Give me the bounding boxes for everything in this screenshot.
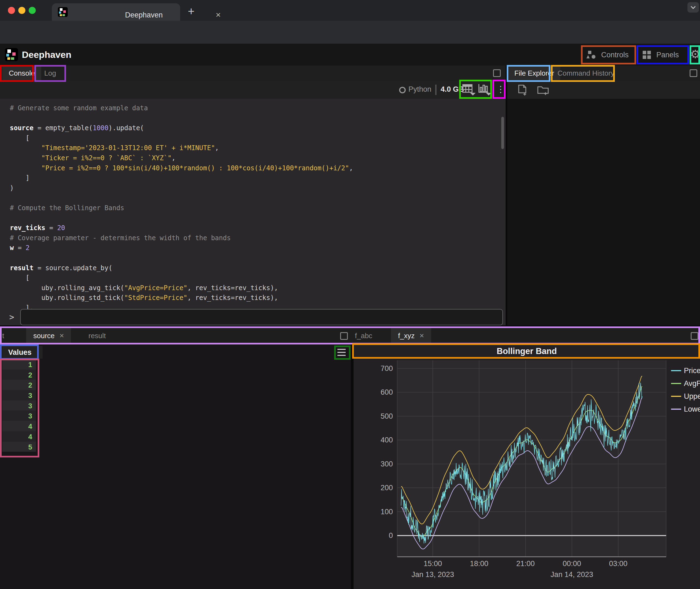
table-panel: Values 122333445 [0,345,351,589]
log-tab-annotation [34,65,66,82]
code-line: ] [10,173,353,183]
close-window-button[interactable] [8,7,15,14]
code-line: [ [10,273,353,283]
console-tab-annotation [0,65,34,82]
minimize-window-button[interactable] [18,7,25,14]
code-line: result = source.update_by( [10,263,353,273]
explorer-toolbar [507,81,700,99]
y-tick-label: 200 [381,483,393,492]
bottom-tab-row-annotation [0,327,700,345]
new-file-icon[interactable] [517,84,529,96]
code-line: "Timestamp='2023-01-13T12:00 ET' + i*MIN… [10,143,353,153]
legend-label-lower: Lower [684,405,700,413]
chart-panel: Bollinger Band 010020030040050060070015:… [354,345,700,589]
y-tick-label: 700 [381,364,393,373]
maximize-window-button[interactable] [29,7,36,14]
bollinger-chart[interactable]: 010020030040050060070015:0018:0021:0000:… [354,358,700,589]
code-content: # Generate some random example data sour… [10,103,353,313]
x-tick-label: 18:00 [470,560,488,568]
deephaven-logo [5,48,18,61]
command-history-tab-annotation [551,65,615,82]
code-line [10,213,353,223]
session-language: Python [408,85,431,93]
console-overflow-annotation [493,80,506,99]
explorer-maximize-icon[interactable] [690,69,697,77]
status-divider [435,84,436,95]
y-tick-label: 500 [381,412,393,420]
x-date-label: Jan 14, 2023 [551,570,593,579]
code-line: [ [10,133,353,143]
editor-scrollbar[interactable] [501,117,504,149]
brand-title: Deephaven [22,49,71,60]
console-tab-row: Console Log [0,65,506,81]
settings-gear-annotation [690,45,700,64]
code-line: "Price = i%2==0 ? 100*sin(i/40)+100*rand… [10,163,353,173]
code-line [10,193,353,203]
controls-button-annotation [581,45,636,64]
browser-tab-title: Deephaven [125,11,163,19]
table-menu-annotation [334,346,351,360]
code-line: # Generate some random example data [10,103,353,113]
console-panel: Console Log Python 4.0 GB [0,65,506,325]
y-tick-label: 0 [389,532,393,540]
console-status-bar: Python 4.0 GB ⋮ [0,81,506,99]
file-explorer-tab-annotation [507,65,550,82]
x-tick-label: 00:00 [563,560,581,568]
explorer-content[interactable] [507,99,700,325]
x-tick-label: 21:00 [516,560,535,568]
panel-maximize-icon[interactable] [493,69,501,77]
code-editor[interactable]: # Generate some random example data sour… [0,99,506,325]
browser-tab[interactable]: Deephaven × [52,3,180,21]
y-tick-label: 600 [381,388,393,396]
code-line: uby.rolling_avg_tick("AvgPrice=Price", r… [10,283,353,293]
code-line: ) [10,183,353,193]
deephaven-favicon [58,7,68,17]
console-action-icons-annotation [459,80,492,99]
session-status-icon [399,87,406,93]
x-tick-label: 15:00 [423,560,442,568]
new-folder-icon[interactable] [537,84,550,96]
browser-toolbar: ← → ↻ localhost:10000/ide/ ☆ E Relaunch … [0,21,700,44]
plot-area [397,360,666,557]
chart-title-annotation [352,343,700,359]
new-tab-button[interactable]: + [188,5,195,18]
file-explorer-panel: File Explorer Command History [507,65,700,325]
legend-label-avgprice: AvgPrice [684,379,700,388]
code-line: w = 2 [10,243,353,253]
code-line [10,113,353,123]
code-line: "Ticker = i%2==0 ? `ABC` : `XYZ`", [10,153,353,163]
values-header-annotation [0,345,39,360]
code-line: # Coverage parameter - determines the wi… [10,233,353,243]
legend-label-price: Price [684,367,700,375]
y-tick-label: 100 [381,508,393,516]
code-line: source = empty_table(1000).update( [10,123,353,133]
y-tick-label: 300 [381,460,393,468]
tab-close-icon[interactable]: × [216,10,221,20]
screen: Deephaven × + ← → ↻ localhost:10000/ide/… [0,0,700,589]
tab-search-chevron[interactable] [687,2,699,13]
panels-button-annotation [637,45,689,64]
code-line: # Compute the Bollinger Bands [10,203,353,213]
code-line: rev_ticks = 20 [10,223,353,233]
x-tick-label: 03:00 [609,560,628,568]
x-date-label: Jan 13, 2023 [411,570,454,579]
console-input[interactable] [20,309,503,325]
code-line: uby.rolling_std_tick("StdPrice=Price", r… [10,293,353,303]
legend-label-upper: Upper [684,392,700,400]
y-tick-label: 400 [381,436,393,444]
console-prompt: > [9,312,14,322]
values-rows-annotation [0,359,39,457]
code-line [10,253,353,263]
browser-tab-strip: Deephaven × + [0,0,700,21]
